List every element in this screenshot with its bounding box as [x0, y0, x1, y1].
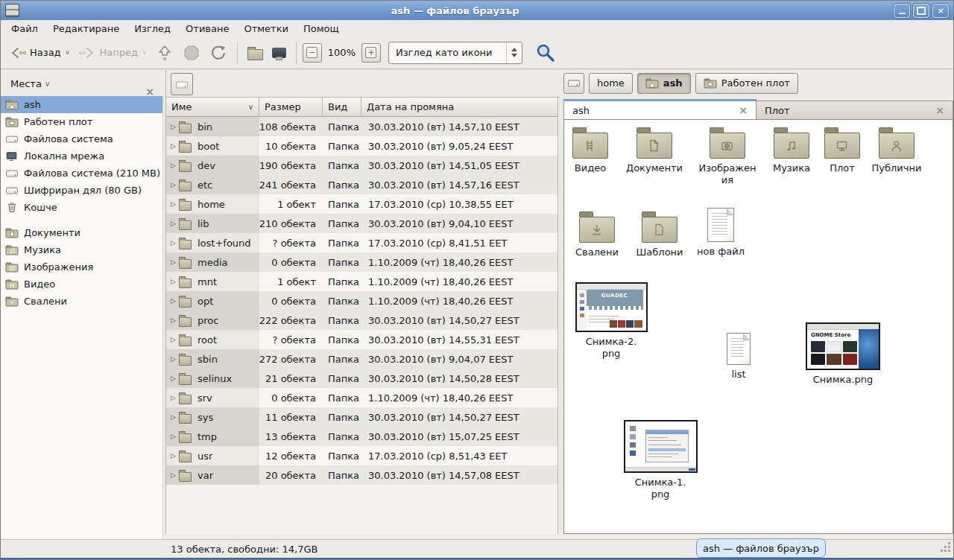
menu-view[interactable]: Изглед	[127, 22, 178, 36]
menu-help[interactable]: Помощ	[296, 22, 347, 36]
tab-close-icon[interactable]: ×	[739, 104, 748, 116]
tab-plot[interactable]: Плот ×	[756, 101, 953, 120]
column-header-date[interactable]: Дата на промяна	[361, 98, 558, 117]
root-location-button[interactable]	[171, 73, 193, 95]
file-item-public[interactable]: Публични	[868, 126, 925, 174]
table-row[interactable]: ▷root? обектаПапка30.03.2010 (вт) 14,55,…	[166, 330, 557, 349]
expander-icon[interactable]: ▷	[168, 375, 179, 382]
maximize-button[interactable]	[913, 4, 929, 18]
table-row[interactable]: ▷bin108 обектаПапка30.03.2010 (вт) 14,57…	[166, 117, 557, 136]
file-item-snimka2[interactable]: GUADEC Снимка-2.png	[574, 282, 648, 360]
table-row[interactable]: ▷proc222 обектаПапка30.03.2010 (вт) 14,5…	[166, 311, 557, 330]
path-root-button[interactable]	[563, 73, 584, 94]
file-item-video[interactable]: Видео	[565, 126, 616, 174]
table-row[interactable]: ▷home1 обектПапка17.03.2010 (ср) 10,38,5…	[166, 194, 557, 214]
expander-icon[interactable]: ▷	[168, 123, 179, 130]
sidebar-item-network[interactable]: Локална мрежа	[1, 147, 162, 165]
file-item-downloads[interactable]: Свалени	[570, 210, 624, 258]
table-row[interactable]: ▷dev190 обектаПапка30.03.2010 (вт) 14,51…	[166, 156, 557, 175]
expander-icon[interactable]: ▷	[168, 452, 179, 459]
sidebar-item-filesystem-210mb[interactable]: Файлова система (210 MB)	[1, 165, 162, 182]
table-row[interactable]: ▷srv0 обектаПапка1.10.2009 (чт) 18,40,26…	[166, 388, 557, 407]
combo-spinner-icon[interactable]	[506, 42, 522, 63]
computer-button[interactable]	[268, 45, 290, 61]
sidebar-item-desktop[interactable]: Работен плот	[1, 113, 162, 130]
menu-edit[interactable]: Редактиране	[45, 22, 127, 36]
sidebar-item-videos[interactable]: Видео	[1, 276, 162, 293]
file-item-list[interactable]: list	[716, 333, 761, 381]
path-ash-button[interactable]: ash	[637, 73, 691, 94]
title-bar[interactable]: ash — файлов браузър ×	[1, 1, 953, 20]
forward-button[interactable]: Напред ∨	[75, 42, 150, 64]
back-dropdown-icon[interactable]: ∨	[66, 49, 70, 56]
up-button[interactable]	[152, 41, 177, 65]
zoom-in-button[interactable]: +	[361, 43, 381, 63]
sidebar-item-music[interactable]: Музика	[1, 241, 162, 258]
file-item-snimka[interactable]: GNOME Store Снимка.png	[800, 322, 885, 386]
home-button[interactable]	[244, 42, 267, 63]
column-header-name[interactable]: Име∨	[166, 98, 259, 117]
table-row[interactable]: ▷var20 обектаПапка30.03.2010 (вт) 14,57,…	[166, 465, 557, 485]
view-mode-select[interactable]: Изглед като икони	[388, 42, 522, 64]
expander-icon[interactable]: ▷	[168, 258, 179, 266]
tab-close-icon[interactable]: ×	[935, 104, 944, 116]
file-item-new-file[interactable]: нов файл	[692, 208, 749, 258]
table-row[interactable]: ▷etc241 обектаПапка30.03.2010 (вт) 14,57…	[166, 175, 557, 194]
expander-icon[interactable]: ▷	[168, 471, 179, 479]
path-desktop-button[interactable]: Работен плот	[695, 73, 798, 94]
places-header[interactable]: Места ∨ ×	[1, 72, 163, 95]
table-row[interactable]: ▷tmp13 обектаПапка30.03.2010 (вт) 15,07,…	[166, 427, 557, 446]
file-item-music[interactable]: Музика	[766, 126, 817, 174]
file-item-documents[interactable]: Документи	[621, 126, 688, 174]
table-row[interactable]: ▷opt0 обектаПапка1.10.2009 (чт) 18,40,26…	[166, 291, 557, 311]
file-item-desktop[interactable]: Плот	[818, 126, 867, 174]
table-row[interactable]: ▷mnt1 обектПапка1.10.2009 (чт) 18,40,26 …	[166, 272, 557, 291]
tab-ash[interactable]: ash ×	[563, 99, 756, 120]
column-header-size[interactable]: Размер	[259, 98, 323, 117]
expander-icon[interactable]: ▷	[168, 278, 179, 285]
zoom-out-button[interactable]: −	[303, 43, 322, 63]
file-item-templates[interactable]: Шаблони	[633, 210, 686, 258]
table-row[interactable]: ▷lost+found? обектаПапка17.03.2010 (ср) …	[166, 233, 557, 252]
expander-icon[interactable]: ▷	[168, 355, 179, 363]
reload-button[interactable]	[206, 41, 231, 65]
expander-icon[interactable]: ▷	[168, 413, 179, 421]
expander-icon[interactable]: ▷	[168, 200, 179, 208]
table-row[interactable]: ▷sys11 обектаПапка30.03.2010 (вт) 14,50,…	[166, 407, 557, 427]
sidebar-item-documents[interactable]: Документи	[1, 224, 162, 241]
expander-icon[interactable]: ▷	[168, 220, 179, 227]
table-row[interactable]: ▷sbin272 обектаПапка30.03.2010 (вт) 9,04…	[166, 349, 557, 369]
expander-icon[interactable]: ▷	[168, 316, 179, 324]
expander-icon[interactable]: ▷	[168, 239, 179, 246]
menu-bookmarks[interactable]: Отметки	[236, 22, 295, 36]
expander-icon[interactable]: ▷	[168, 433, 179, 440]
table-row[interactable]: ▷selinux21 обектаПапка30.03.2010 (вт) 14…	[166, 369, 557, 388]
menu-file[interactable]: Файл	[4, 22, 45, 36]
expander-icon[interactable]: ▷	[168, 336, 179, 343]
expander-icon[interactable]: ▷	[168, 181, 179, 188]
table-row[interactable]: ▷usr12 обектаПапка17.03.2010 (ср) 8,51,4…	[166, 446, 557, 465]
expander-icon[interactable]: ▷	[168, 297, 179, 305]
file-item-snimka1[interactable]: Снимка-1.png	[623, 420, 698, 501]
places-dropdown-icon[interactable]: ∨	[45, 80, 50, 88]
sidebar-item-filesystem[interactable]: Файлова система	[1, 130, 162, 147]
sidebar-item-downloads[interactable]: Свалени	[1, 293, 162, 310]
file-item-pictures[interactable]: Изображения	[696, 126, 759, 187]
path-home-button[interactable]: home	[589, 73, 633, 94]
table-row[interactable]: ▷lib210 обектаПапка30.03.2010 (вт) 9,04,…	[166, 214, 557, 233]
search-button[interactable]	[531, 39, 560, 66]
expander-icon[interactable]: ▷	[168, 162, 179, 169]
column-header-type[interactable]: Вид	[323, 98, 361, 117]
menu-go[interactable]: Отиване	[178, 22, 236, 36]
table-row[interactable]: ▷media0 обектаПапка1.10.2009 (чт) 18,40,…	[166, 252, 557, 272]
sidebar-item-trash[interactable]: Кошче	[1, 199, 162, 216]
expander-icon[interactable]: ▷	[168, 394, 179, 401]
minimize-button[interactable]	[894, 4, 910, 18]
expander-icon[interactable]: ▷	[168, 142, 179, 150]
back-button[interactable]: Назад ∨	[5, 42, 73, 64]
sidebar-item-pictures[interactable]: Изображения	[1, 258, 162, 276]
sidebar-item-encrypted-80gb[interactable]: Шифриран дял (80 GB)	[1, 182, 162, 199]
table-row[interactable]: ▷boot10 обектаПапка30.03.2010 (вт) 9,05,…	[166, 136, 557, 156]
sidebar-item-ash[interactable]: ash	[1, 96, 162, 113]
close-button[interactable]: ×	[932, 4, 949, 18]
